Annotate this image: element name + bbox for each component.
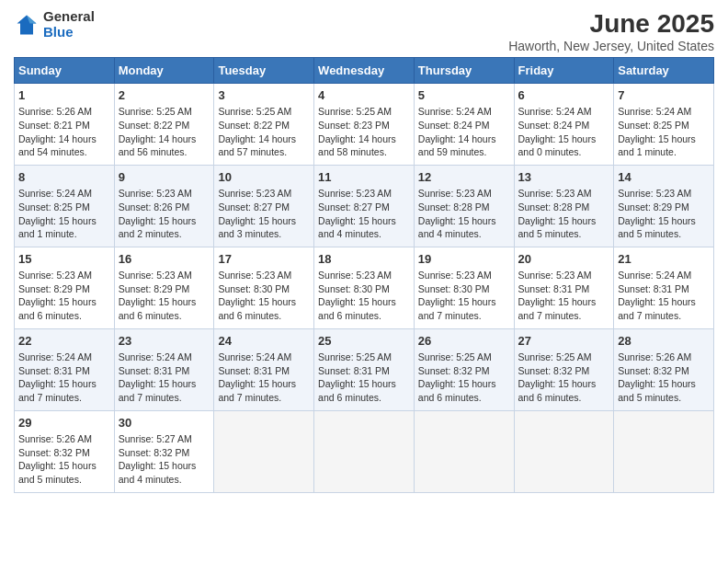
sunset-text: Sunset: 8:28 PM — [418, 201, 490, 213]
logo-text: General Blue — [43, 9, 95, 40]
table-cell: 22Sunrise: 5:24 AMSunset: 8:31 PMDayligh… — [15, 328, 115, 410]
sunrise-text: Sunrise: 5:24 AM — [18, 188, 92, 199]
col-sunday: Sunday — [15, 58, 115, 84]
daylight-label: Daylight: 15 hours and 7 minutes. — [18, 378, 97, 403]
day-number: 10 — [218, 169, 310, 186]
table-cell: 12Sunrise: 5:23 AMSunset: 8:28 PMDayligh… — [414, 165, 514, 247]
table-cell: 9Sunrise: 5:23 AMSunset: 8:26 PMDaylight… — [114, 165, 214, 247]
sunrise-text: Sunrise: 5:23 AM — [119, 188, 192, 199]
daylight-label: Daylight: 14 hours and 58 minutes. — [318, 133, 396, 158]
sunset-text: Sunset: 8:31 PM — [119, 365, 190, 376]
day-number: 28 — [618, 333, 710, 350]
table-cell: 3Sunrise: 5:25 AMSunset: 8:22 PMDaylight… — [214, 84, 314, 166]
header-row: Sunday Monday Tuesday Wednesday Thursday… — [15, 58, 714, 84]
table-cell: 2Sunrise: 5:25 AMSunset: 8:22 PMDaylight… — [114, 84, 214, 166]
sunset-text: Sunset: 8:31 PM — [518, 283, 590, 294]
day-number: 1 — [18, 87, 110, 104]
table-cell — [614, 410, 714, 492]
daylight-label: Daylight: 15 hours and 6 minutes. — [119, 296, 197, 321]
sunrise-text: Sunrise: 5:24 AM — [218, 351, 291, 362]
daylight-label: Daylight: 15 hours and 7 minutes. — [119, 378, 197, 403]
table-cell: 17Sunrise: 5:23 AMSunset: 8:30 PMDayligh… — [214, 247, 314, 328]
day-number: 6 — [518, 87, 610, 104]
table-cell: 26Sunrise: 5:25 AMSunset: 8:32 PMDayligh… — [414, 328, 514, 410]
table-cell: 11Sunrise: 5:23 AMSunset: 8:27 PMDayligh… — [314, 165, 415, 247]
day-number: 15 — [18, 251, 110, 268]
sunset-text: Sunset: 8:22 PM — [119, 120, 190, 131]
sunrise-text: Sunrise: 5:23 AM — [318, 270, 392, 281]
daylight-label: Daylight: 15 hours and 6 minutes. — [18, 296, 97, 321]
sunset-text: Sunset: 8:30 PM — [218, 283, 290, 294]
daylight-label: Daylight: 14 hours and 59 minutes. — [418, 133, 496, 158]
daylight-label: Daylight: 15 hours and 7 minutes. — [618, 296, 696, 321]
day-number: 23 — [119, 333, 210, 350]
sunset-text: Sunset: 8:30 PM — [318, 283, 390, 294]
table-cell: 7Sunrise: 5:24 AMSunset: 8:25 PMDaylight… — [614, 84, 714, 166]
sunrise-text: Sunrise: 5:26 AM — [618, 351, 691, 362]
day-number: 14 — [618, 169, 710, 186]
day-number: 12 — [418, 169, 510, 186]
table-cell: 14Sunrise: 5:23 AMSunset: 8:29 PMDayligh… — [614, 165, 714, 247]
day-number: 19 — [418, 251, 510, 268]
daylight-label: Daylight: 15 hours and 4 minutes. — [318, 215, 396, 240]
day-number: 7 — [618, 87, 710, 104]
daylight-label: Daylight: 15 hours and 1 minute. — [18, 215, 97, 240]
daylight-label: Daylight: 14 hours and 56 minutes. — [119, 133, 197, 158]
sunrise-text: Sunrise: 5:23 AM — [418, 188, 492, 199]
table-cell — [514, 410, 614, 492]
day-number: 18 — [318, 251, 410, 268]
sunrise-text: Sunrise: 5:24 AM — [518, 106, 592, 117]
sunrise-text: Sunrise: 5:23 AM — [318, 188, 392, 199]
sunset-text: Sunset: 8:24 PM — [418, 120, 490, 131]
table-cell: 4Sunrise: 5:25 AMSunset: 8:23 PMDaylight… — [314, 84, 415, 166]
table-cell: 20Sunrise: 5:23 AMSunset: 8:31 PMDayligh… — [514, 247, 614, 328]
day-number: 9 — [119, 169, 210, 186]
day-number: 8 — [18, 169, 110, 186]
day-number: 5 — [418, 87, 510, 104]
sunset-text: Sunset: 8:32 PM — [418, 365, 490, 376]
col-tuesday: Tuesday — [214, 58, 314, 84]
table-cell: 18Sunrise: 5:23 AMSunset: 8:30 PMDayligh… — [314, 247, 415, 328]
sunrise-text: Sunrise: 5:23 AM — [119, 270, 192, 281]
sunrise-text: Sunrise: 5:26 AM — [18, 433, 92, 444]
sunrise-text: Sunrise: 5:25 AM — [218, 106, 291, 117]
daylight-label: Daylight: 15 hours and 6 minutes. — [318, 378, 396, 403]
table-cell: 27Sunrise: 5:25 AMSunset: 8:32 PMDayligh… — [514, 328, 614, 410]
table-cell: 28Sunrise: 5:26 AMSunset: 8:32 PMDayligh… — [614, 328, 714, 410]
logo-general-text: General — [43, 9, 95, 25]
sunrise-text: Sunrise: 5:25 AM — [119, 106, 192, 117]
sunset-text: Sunset: 8:23 PM — [318, 120, 390, 131]
daylight-label: Daylight: 15 hours and 2 minutes. — [119, 215, 197, 240]
col-monday: Monday — [114, 58, 214, 84]
sunset-text: Sunset: 8:29 PM — [18, 283, 90, 294]
daylight-label: Daylight: 15 hours and 1 minute. — [618, 133, 696, 158]
table-cell: 25Sunrise: 5:25 AMSunset: 8:31 PMDayligh… — [314, 328, 415, 410]
sunset-text: Sunset: 8:29 PM — [119, 283, 190, 294]
daylight-label: Daylight: 15 hours and 6 minutes. — [318, 296, 396, 321]
daylight-label: Daylight: 15 hours and 6 minutes. — [218, 296, 296, 321]
sunset-text: Sunset: 8:25 PM — [618, 120, 689, 131]
calendar-table: Sunday Monday Tuesday Wednesday Thursday… — [14, 57, 714, 493]
day-number: 24 — [218, 333, 310, 350]
table-cell: 16Sunrise: 5:23 AMSunset: 8:29 PMDayligh… — [114, 247, 214, 328]
logo: General Blue — [14, 9, 95, 40]
sunset-text: Sunset: 8:22 PM — [218, 120, 290, 131]
sunset-text: Sunset: 8:25 PM — [18, 201, 90, 213]
table-cell: 29Sunrise: 5:26 AMSunset: 8:32 PMDayligh… — [15, 410, 115, 492]
logo-icon — [14, 12, 40, 38]
table-cell: 24Sunrise: 5:24 AMSunset: 8:31 PMDayligh… — [214, 328, 314, 410]
table-cell: 6Sunrise: 5:24 AMSunset: 8:24 PMDaylight… — [514, 84, 614, 166]
col-wednesday: Wednesday — [314, 58, 415, 84]
svg-marker-0 — [17, 15, 37, 34]
col-thursday: Thursday — [414, 58, 514, 84]
sunset-text: Sunset: 8:24 PM — [518, 120, 590, 131]
table-cell — [414, 410, 514, 492]
sunrise-text: Sunrise: 5:26 AM — [18, 106, 92, 117]
sunrise-text: Sunrise: 5:24 AM — [119, 351, 192, 362]
sunset-text: Sunset: 8:28 PM — [518, 201, 590, 213]
sunrise-text: Sunrise: 5:25 AM — [418, 351, 492, 362]
table-cell — [314, 410, 415, 492]
sunrise-text: Sunrise: 5:23 AM — [618, 188, 691, 199]
sunset-text: Sunset: 8:31 PM — [618, 283, 689, 294]
header: General Blue June 2025 Haworth, New Jers… — [14, 9, 714, 53]
